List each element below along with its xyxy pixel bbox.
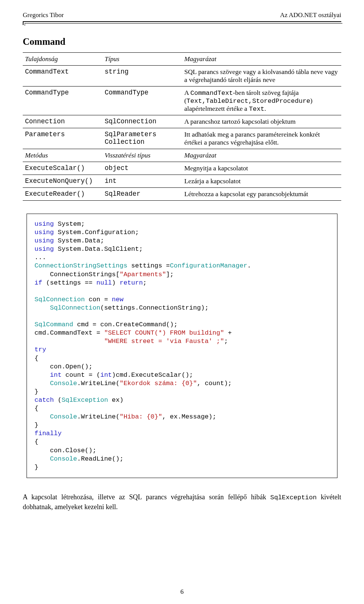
- table-row: ExecuteReader() SqlReader Létrehozza a k…: [23, 188, 341, 201]
- prop-type: SqlParameters Collection: [102, 128, 182, 149]
- section-title: Command: [23, 36, 341, 47]
- page-header: Gregorics Tibor Az ADO.NET osztályai: [23, 11, 341, 19]
- body-paragraph: A kapcsolat létrehozása, illetve az SQL …: [23, 492, 341, 511]
- col-header: Magyarázat: [182, 53, 341, 66]
- prop-name: CommandText: [23, 66, 102, 87]
- method-type: SqlReader: [102, 188, 182, 201]
- prop-name: Connection: [23, 115, 102, 128]
- page-number: 6: [0, 588, 364, 596]
- method-desc: Létrehozza a kapcsolat egy parancsobjekt…: [182, 188, 341, 201]
- prop-type: SqlConnection: [102, 115, 182, 128]
- method-name: ExecuteReader(): [23, 188, 102, 201]
- header-divider: [23, 21, 341, 25]
- method-name: ExecuteScalar(): [23, 162, 102, 175]
- col-header: Visszatérési típus: [102, 149, 182, 162]
- table-row: ExecuteScalar() object Megnyitja a kapcs…: [23, 162, 341, 175]
- table-header-row: Metódus Visszatérési típus Magyarázat: [23, 149, 341, 162]
- prop-desc: A parancshoz tartozó kapcsolati objektum: [182, 115, 341, 128]
- method-name: ExecuteNonQuery(): [23, 175, 102, 188]
- col-header: Típus: [102, 53, 182, 66]
- col-header: Tulajdonság: [23, 53, 102, 66]
- col-header: Magyarázat: [182, 149, 341, 162]
- method-type: int: [102, 175, 182, 188]
- prop-name: CommandType: [23, 87, 102, 115]
- header-left: Gregorics Tibor: [23, 11, 64, 19]
- method-type: object: [102, 162, 182, 175]
- table-header-row: Tulajdonság Típus Magyarázat: [23, 53, 341, 66]
- prop-type: CommandType: [102, 87, 182, 115]
- method-desc: Lezárja a kapcsolatot: [182, 175, 341, 188]
- properties-table: Tulajdonság Típus Magyarázat CommandText…: [23, 52, 341, 201]
- table-row: Connection SqlConnection A parancshoz ta…: [23, 115, 341, 128]
- table-row: Parameters SqlParameters Collection Itt …: [23, 128, 341, 149]
- header-right: Az ADO.NET osztályai: [280, 11, 341, 19]
- prop-type: string: [102, 66, 182, 87]
- table-row: ExecuteNonQuery() int Lezárja a kapcsola…: [23, 175, 341, 188]
- table-row: CommandType CommandType A CommandText-be…: [23, 87, 341, 115]
- table-row: CommandText string SQL parancs szövege v…: [23, 66, 341, 87]
- method-desc: Megnyitja a kapcsolatot: [182, 162, 341, 175]
- prop-desc: Itt adhatóak meg a parancs paramétereine…: [182, 128, 341, 149]
- prop-name: Parameters: [23, 128, 102, 149]
- col-header: Metódus: [23, 149, 102, 162]
- code-block: using System; using System.Configuration…: [27, 214, 337, 478]
- prop-desc: A CommandText-ben tárolt szöveg fajtája …: [182, 87, 341, 115]
- prop-desc: SQL parancs szövege vagy a kiolvasandó t…: [182, 66, 341, 87]
